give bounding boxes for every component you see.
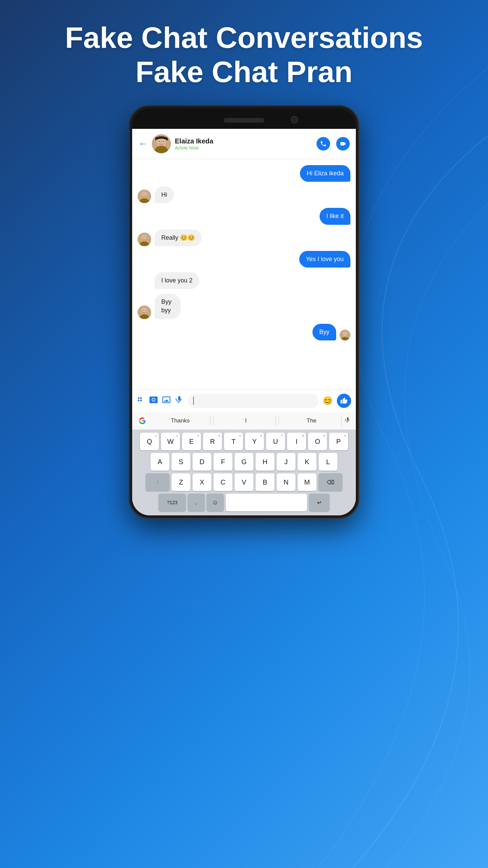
svg-point-5 [159, 141, 160, 142]
message-input[interactable] [188, 394, 319, 408]
chat-messages: Hi Eliza ikeda [132, 159, 356, 389]
message-row: Yes I love you [138, 251, 350, 268]
key-n[interactable]: N [277, 473, 296, 491]
contact-status: Actvie Now [175, 145, 317, 151]
key-r[interactable]: R4 [203, 433, 222, 450]
camera-button[interactable] [149, 395, 158, 406]
keyboard-mic-icon[interactable] [344, 417, 351, 425]
keyboard-suggestions: Thanks I The [132, 412, 356, 430]
space-key[interactable] [226, 494, 307, 511]
image-button[interactable] [162, 395, 171, 406]
key-e[interactable]: E3 [182, 433, 201, 450]
phone-speaker [224, 118, 264, 123]
svg-point-20 [146, 237, 146, 238]
phone-inner: ← Elaiza Ik [132, 108, 356, 515]
message-bubble: Yes I love you [299, 251, 350, 268]
suggestion-3[interactable]: The [282, 415, 342, 426]
message-avatar [138, 305, 151, 319]
keyboard-keys: Q1 W2 E3 R4 T5 Y6 U7 I8 O9 P0 A S [132, 430, 356, 515]
message-row: Hi [138, 186, 350, 203]
key-u[interactable]: U7 [266, 433, 285, 450]
key-m[interactable]: M [298, 473, 317, 491]
key-i[interactable]: I8 [287, 433, 306, 450]
key-p[interactable]: P0 [329, 433, 348, 450]
svg-point-12 [143, 194, 143, 195]
key-row-4: ?123 , ☺ ↵ [134, 494, 354, 511]
message-bubble: Hi [155, 186, 174, 203]
shift-key[interactable]: ↑ [146, 473, 169, 491]
svg-point-19 [143, 237, 143, 238]
chat-header: ← Elaiza Ik [132, 129, 356, 159]
key-s[interactable]: S [171, 453, 190, 471]
message-avatar [138, 233, 151, 246]
call-button[interactable] [317, 137, 330, 151]
enter-key[interactable]: ↵ [309, 494, 329, 511]
key-d[interactable]: D [192, 453, 211, 471]
key-j[interactable]: J [277, 453, 296, 471]
key-o[interactable]: O9 [308, 433, 327, 450]
emoji-key[interactable]: ☺ [207, 494, 224, 511]
contact-info: Elaiza Ikeda Actvie Now [175, 137, 317, 151]
suggestion-2[interactable]: I [216, 415, 276, 426]
svg-point-33 [138, 400, 140, 401]
contact-avatar [152, 134, 171, 153]
message-row: Byy [138, 324, 350, 340]
message-row: Hi Eliza ikeda [138, 165, 350, 182]
message-avatar [138, 190, 151, 203]
key-x[interactable]: X [192, 473, 211, 491]
key-row-2: A S D F G H J K L [134, 453, 354, 471]
key-k[interactable]: K [298, 453, 317, 471]
key-row-1: Q1 W2 E3 R4 T5 Y6 U7 I8 O9 P0 [134, 433, 354, 450]
video-call-button[interactable] [336, 137, 350, 151]
key-t[interactable]: T5 [224, 433, 243, 450]
key-y[interactable]: Y6 [245, 433, 264, 450]
mic-button[interactable] [175, 395, 184, 406]
svg-point-32 [140, 397, 142, 399]
key-b[interactable]: B [256, 473, 274, 491]
svg-point-31 [138, 397, 140, 399]
back-button[interactable]: ← [138, 138, 148, 149]
message-row: I love you 2 [138, 272, 350, 289]
key-v[interactable]: V [235, 473, 253, 491]
key-l[interactable]: L [319, 453, 338, 471]
svg-point-29 [343, 331, 347, 336]
keyboard: Thanks I The Q1 W2 [132, 412, 356, 515]
header-icons [317, 137, 350, 151]
suggestion-1[interactable]: Thanks [150, 415, 210, 426]
svg-point-27 [146, 310, 146, 311]
key-q[interactable]: Q1 [140, 433, 159, 450]
phone-frame: ← Elaiza Ik [129, 105, 359, 519]
message-bubble: I like it [320, 208, 350, 224]
message-bubble: Byy [312, 324, 336, 340]
app-title: Fake Chat Conversations Fake Chat Pran [0, 20, 488, 89]
key-w[interactable]: W2 [161, 433, 180, 450]
key-f[interactable]: F [214, 453, 232, 471]
message-bubble: Byy byy [155, 294, 181, 319]
key-h[interactable]: H [256, 453, 274, 471]
emoji-button[interactable]: 😊 [323, 396, 333, 406]
delete-key[interactable]: ⌫ [319, 473, 342, 491]
key-z[interactable]: Z [171, 473, 190, 491]
message-bubble: Hi Eliza ikeda [300, 165, 350, 182]
contact-name: Elaiza Ikeda [175, 137, 317, 145]
svg-point-34 [140, 400, 142, 401]
message-row: I like it [138, 208, 350, 224]
like-button[interactable] [337, 394, 351, 408]
comma-key[interactable]: , [188, 494, 205, 511]
input-bar: 😊 [132, 389, 356, 412]
key-c[interactable]: C [214, 473, 232, 491]
key-a[interactable]: A [150, 453, 169, 471]
google-logo [137, 415, 148, 426]
message-bubble: I love you 2 [155, 272, 199, 289]
key-g[interactable]: G [235, 453, 253, 471]
message-bubble: Really 😊😊 [155, 230, 202, 246]
svg-point-13 [146, 194, 146, 195]
num-key[interactable]: ?123 [159, 494, 186, 511]
text-cursor [193, 397, 194, 405]
key-row-3: ↑ Z X C V B N M ⌫ [134, 473, 354, 491]
app-title-line2: Fake Chat Pran [0, 55, 488, 89]
app-title-line1: Fake Chat Conversations [0, 20, 488, 55]
message-row: Byy byy [138, 294, 350, 319]
menu-dots-button[interactable] [137, 396, 145, 406]
phone-screen: ← Elaiza Ik [132, 129, 356, 515]
